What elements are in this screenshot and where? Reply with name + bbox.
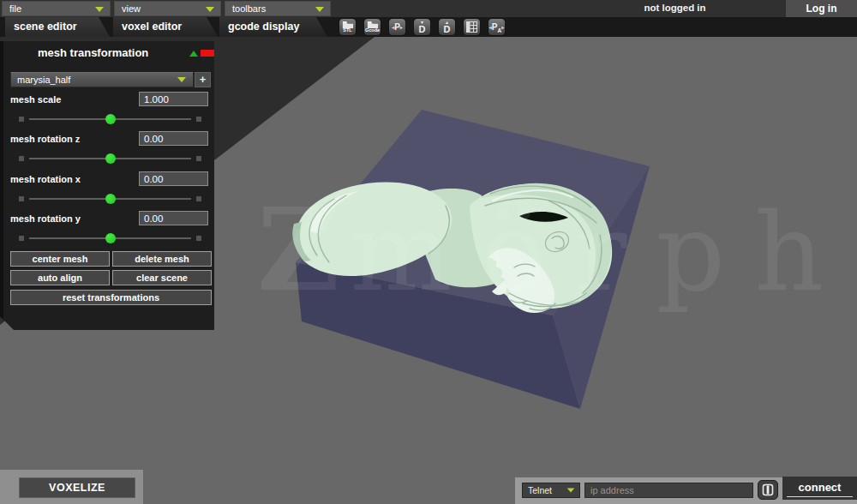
control-row-rotation-z: mesh rotation z xyxy=(3,131,214,167)
menu-file-label: file xyxy=(9,3,21,14)
mesh-scale-input[interactable] xyxy=(139,92,208,106)
menu-view-label: view xyxy=(122,3,141,14)
mesh-rotation-y-slider[interactable] xyxy=(19,233,201,243)
ip-address-input[interactable] xyxy=(584,483,753,498)
stl-label: STL xyxy=(339,28,356,33)
chevron-down-icon xyxy=(206,7,214,12)
voxelize-button[interactable]: VOXELIZE xyxy=(19,477,135,498)
collapse-triangle-icon[interactable] xyxy=(189,51,198,57)
protocol-value: Telnet xyxy=(528,485,552,495)
slider-knob[interactable] xyxy=(105,153,116,164)
menu-view[interactable]: view xyxy=(114,1,221,16)
add-mesh-button[interactable]: + xyxy=(195,72,211,87)
menu-toolbars[interactable]: toolbars xyxy=(225,1,331,16)
protocol-dropdown[interactable]: Telnet xyxy=(522,483,580,498)
chevron-down-icon xyxy=(567,488,575,492)
menu-toolbars-label: toolbars xyxy=(232,3,266,14)
login-status: not logged in xyxy=(613,3,737,13)
mesh-rotation-x-label: mesh rotation x xyxy=(10,174,81,184)
voxelize-panel: VOXELIZE xyxy=(0,470,143,504)
d-down-button[interactable]: ▾ D xyxy=(413,18,431,36)
mesh-selector-value: marysia_half xyxy=(17,75,70,85)
control-row-rotation-x: mesh rotation x xyxy=(3,171,214,207)
slider-knob[interactable] xyxy=(105,194,116,204)
open-stl-button[interactable]: STL xyxy=(339,18,357,36)
mesh-rotation-x-input[interactable] xyxy=(139,171,208,186)
mesh-rotation-y-label: mesh rotation y xyxy=(10,213,81,224)
login-button[interactable]: Log in xyxy=(786,0,857,17)
delete-mesh-button[interactable]: delete mesh xyxy=(112,251,212,267)
connect-button[interactable]: connect xyxy=(782,477,857,500)
control-row-rotation-y: mesh rotation y xyxy=(3,211,214,247)
tab-gcode-display[interactable]: gcode display xyxy=(219,17,327,37)
menu-bar: file view toolbars not logged in Log in xyxy=(0,0,857,17)
clear-scene-button[interactable]: clear scene xyxy=(112,270,212,285)
mesh-rotation-y-input[interactable] xyxy=(139,211,208,225)
d-up-button[interactable]: ▴ D xyxy=(438,18,456,36)
watermark-z-logo: Z xyxy=(257,183,339,316)
chevron-down-icon xyxy=(95,7,104,12)
grid-icon xyxy=(466,21,477,33)
panel-title: mesh transformation xyxy=(38,46,148,59)
mesh-rotation-z-slider[interactable] xyxy=(19,153,201,164)
save-ip-button[interactable] xyxy=(758,480,778,500)
control-row-mesh-scale: mesh scale xyxy=(3,92,214,128)
tab-scene-editor[interactable]: scene editor xyxy=(5,17,110,37)
mesh-rotation-z-label: mesh rotation z xyxy=(10,134,80,144)
auto-align-button[interactable]: auto align xyxy=(10,270,110,285)
reset-transformations-button[interactable]: reset transformations xyxy=(10,290,212,305)
mesh-rotation-x-slider[interactable] xyxy=(19,194,201,204)
mesh-scale-slider[interactable] xyxy=(19,114,201,124)
grid-button[interactable] xyxy=(463,18,481,36)
p-arrows-icon: ◂P▸ xyxy=(389,19,405,36)
mesh-scale-label: mesh scale xyxy=(10,94,61,105)
d-caron-icon: ▾ D xyxy=(414,21,430,33)
pa-arrows-button[interactable]: ◂PA▸ xyxy=(488,18,506,36)
menu-file[interactable]: file xyxy=(2,1,111,16)
mesh-transformation-panel: mesh transformation marysia_half + mesh … xyxy=(0,41,214,330)
p-arrows-button[interactable]: ◂P▸ xyxy=(388,18,406,36)
slider-knob[interactable] xyxy=(105,233,116,243)
gcode-label: Gcode xyxy=(364,28,381,33)
connection-panel: Telnet connect xyxy=(515,477,857,504)
tab-bar: scene editor voxel editor gcode display … xyxy=(0,17,857,37)
chevron-down-icon xyxy=(315,7,324,12)
app-window: Z mörph file view toolbars not logged in… xyxy=(0,0,857,504)
tab-voxel-editor[interactable]: voxel editor xyxy=(113,17,218,37)
chevron-down-icon xyxy=(177,77,186,82)
mesh-rotation-z-input[interactable] xyxy=(139,131,208,146)
pa-arrows-icon: ◂PA▸ xyxy=(488,19,505,36)
mesh-selector-dropdown[interactable]: marysia_half xyxy=(10,72,194,87)
center-mesh-button[interactable]: center mesh xyxy=(10,251,110,267)
d-caret-icon: ▴ D xyxy=(439,21,455,33)
watermark-morph-text: mörph xyxy=(350,189,853,315)
open-gcode-button[interactable]: Gcode xyxy=(363,18,381,36)
slider-knob[interactable] xyxy=(105,114,116,124)
save-disk-icon xyxy=(762,483,774,496)
